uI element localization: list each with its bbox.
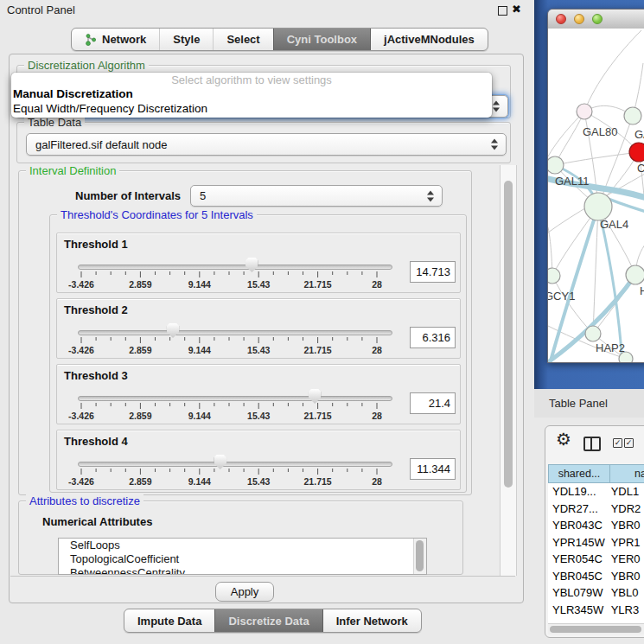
table-row[interactable]: YPR145W YPR1 [548, 534, 644, 552]
network-node[interactable] [626, 265, 644, 284]
threshold-3-slider-thumb[interactable] [309, 389, 322, 404]
cell-shared-name[interactable]: YPR145W [548, 536, 610, 549]
cell-name[interactable]: YBR0 [610, 519, 644, 532]
tab-cyni-toolbox[interactable]: Cyni Toolbox [273, 29, 370, 50]
dropdown-option-manual-discretization[interactable]: Manual Discretization [13, 87, 133, 100]
threshold-4-slider-track[interactable] [78, 462, 392, 467]
threshold-2-slider-track[interactable] [78, 330, 392, 335]
table-row[interactable]: YBR043C YBR0 [548, 517, 644, 534]
network-canvas[interactable]: GAL80GALCGAL11GAL4GCY1HHAP2 [548, 29, 644, 363]
network-icon [85, 34, 97, 46]
network-edge[interactable] [555, 152, 639, 165]
network-node[interactable] [548, 156, 564, 174]
threshold-2-slider-thumb[interactable] [167, 323, 180, 338]
cell-shared-name[interactable]: YDL19... [548, 485, 610, 498]
cell-shared-name[interactable]: YLR345W [548, 603, 610, 616]
table-horizontal-scrollbar[interactable] [548, 623, 644, 634]
numerical-attributes-list[interactable]: SelfLoops TopologicalCoefficient Between… [58, 538, 427, 575]
number-of-intervals-combobox[interactable]: 5 [190, 185, 443, 207]
network-node[interactable] [624, 107, 641, 124]
apply-button[interactable]: Apply [215, 582, 274, 602]
network-node[interactable] [584, 193, 612, 220]
tab-infer-network[interactable]: Infer Network [322, 609, 421, 632]
column-header-shared-name[interactable]: shared... [548, 464, 610, 483]
cell-shared-name[interactable]: YER054C [548, 552, 610, 565]
list-scrollbar[interactable] [413, 539, 426, 574]
checkbox-icon[interactable]: ✓ [613, 438, 622, 448]
threshold-3-value-field[interactable]: 21.4 [410, 392, 456, 414]
network-window-titlebar[interactable] [548, 10, 644, 29]
tick-label: 15.43 [247, 476, 270, 487]
column-header-name[interactable]: na [610, 464, 644, 483]
tab-select[interactable]: Select [213, 29, 272, 50]
table-row[interactable]: YDR27... YDR2 [548, 501, 644, 518]
threshold-1-slider-thumb[interactable] [245, 258, 258, 272]
network-edge[interactable] [555, 112, 584, 165]
tick-label: 21.715 [304, 411, 332, 421]
table-data-combobox[interactable]: galFiltered.sif default node [26, 133, 507, 156]
tab-discretize-data[interactable]: Discretize Data [214, 609, 322, 632]
list-item[interactable]: SelfLoops [59, 539, 426, 552]
network-edge[interactable] [584, 30, 641, 112]
table-row[interactable]: YDL19... YDL1 [548, 483, 644, 501]
zoom-traffic-light[interactable] [592, 14, 603, 24]
column-layout-icon[interactable] [583, 437, 601, 451]
cell-shared-name[interactable]: YBR043C [548, 519, 610, 532]
threshold-2-value-field[interactable]: 6.316 [410, 327, 456, 348]
panel-title: Control Panel [7, 3, 75, 16]
cell-shared-name[interactable]: YBL079W [548, 586, 610, 599]
network-node[interactable] [619, 352, 633, 363]
threshold-1-value-field[interactable]: 14.713 [410, 261, 456, 283]
list-scrollbar-thumb[interactable] [416, 540, 424, 571]
network-node[interactable] [577, 104, 592, 119]
table-panel-title: Table Panel [549, 397, 608, 410]
minimize-traffic-light[interactable] [574, 14, 584, 24]
dropdown-option-equal-width-frequency[interactable]: Equal Width/Frequency Discretization [13, 102, 207, 115]
cell-shared-name[interactable]: YIL052C [548, 620, 610, 622]
network-node[interactable] [585, 326, 601, 341]
cell-shared-name[interactable]: YDR27... [548, 502, 610, 515]
float-window-icon[interactable] [498, 6, 507, 16]
panel-scrollbar-thumb[interactable] [504, 181, 513, 488]
cell-name[interactable]: YDL1 [610, 485, 644, 498]
threshold-1-ticks [57, 271, 403, 279]
tab-impute-data[interactable]: Impute Data [124, 609, 214, 632]
tick-label: -3.426 [68, 345, 94, 355]
table-row[interactable]: YER054C YER0 [548, 551, 644, 568]
threshold-4-slider-thumb[interactable] [214, 455, 226, 469]
list-item[interactable]: BetweennessCentrality [59, 566, 426, 575]
attributes-group-title: Attributes to discretize [26, 494, 143, 507]
thresholds-group-title: Threshold's Coordinates for 5 Intervals [57, 208, 257, 221]
close-traffic-light[interactable] [556, 14, 566, 24]
table-hscrollbar-thumb[interactable] [550, 626, 641, 633]
panel-vertical-scrollbar[interactable] [500, 165, 517, 576]
cell-name[interactable]: YBR0 [610, 570, 644, 583]
threshold-2-ticks [57, 337, 403, 345]
network-node[interactable] [548, 268, 560, 284]
cell-name[interactable]: YPR1 [610, 536, 644, 549]
cell-name[interactable]: YDR2 [610, 502, 644, 515]
checkbox-icon[interactable]: ✓ [624, 438, 634, 448]
gear-icon[interactable]: ⚙ [556, 429, 571, 450]
cell-name[interactable]: YLR3 [610, 603, 644, 616]
tick-label: -3.426 [68, 411, 94, 421]
tab-network[interactable]: Network [72, 29, 159, 50]
threshold-3-slider-track[interactable] [78, 396, 392, 401]
tab-jactivemnodules[interactable]: jActiveMNodules [370, 29, 488, 50]
table-row[interactable]: YBR045C YBR0 [548, 568, 644, 585]
network-node[interactable] [629, 143, 644, 162]
tab-style[interactable]: Style [159, 29, 213, 50]
threshold-4-value-field[interactable]: 11.344 [410, 458, 456, 480]
close-icon[interactable]: ✖ [512, 3, 521, 16]
cell-shared-name[interactable]: YBR045C [548, 570, 610, 583]
cell-name[interactable]: YBL0 [610, 586, 644, 599]
threshold-1-slider-track[interactable] [78, 265, 392, 270]
cell-name[interactable]: YER0 [610, 552, 644, 565]
list-item[interactable]: TopologicalCoefficient [59, 552, 426, 566]
cell-name[interactable]: YIL0 [610, 620, 644, 622]
table-row[interactable]: YLR345W YLR3 [548, 602, 644, 619]
network-edge[interactable] [548, 112, 584, 156]
threshold-4-tick-labels: -3.4262.8599.14415.4321.71528 [57, 476, 460, 488]
table-row[interactable]: YBL079W YBL0 [548, 584, 644, 602]
table-row[interactable]: YIL052C YIL0 [548, 618, 644, 622]
